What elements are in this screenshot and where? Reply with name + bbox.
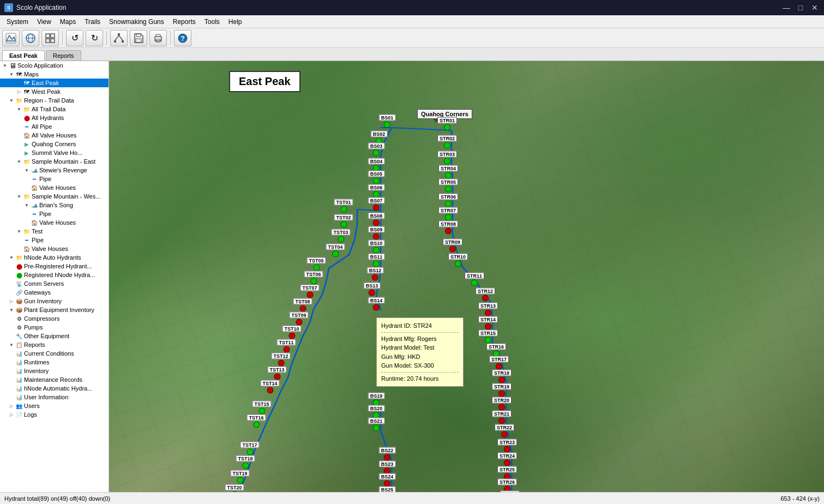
sidebar-item-pipe-1[interactable]: ━ Pipe — [0, 175, 109, 183]
hydrant-node-bs06[interactable]: BS06 — [368, 184, 385, 198]
print-btn[interactable] — [149, 30, 167, 46]
sidebar-item-logs[interactable]: ▷ 📄 Logs — [0, 410, 109, 419]
menu-snowmaking[interactable]: Snowmaking Guns — [105, 15, 169, 28]
sidebar-item-quahog[interactable]: ▶ Quahog Corners — [0, 140, 109, 148]
hydrant-node-bs10[interactable]: BS10 — [368, 240, 385, 254]
sidebar-item-west-peak[interactable]: ▷ 🗺 West Peak — [0, 87, 109, 96]
hydrant-node-str27[interactable]: STR27 — [500, 491, 520, 493]
sidebar-item-reports[interactable]: ▼ 📋 Reports — [0, 340, 109, 349]
hydrant-node-str20[interactable]: STR20 — [492, 397, 512, 411]
hydrant-node-str21[interactable]: STR21 — [492, 411, 512, 424]
hydrant-node-tst20[interactable]: TST20 — [225, 484, 244, 493]
hydrant-node-str16[interactable]: STR16 — [486, 344, 506, 357]
refresh-fwd-btn[interactable]: ↻ — [86, 30, 103, 46]
sidebar-item-stewies[interactable]: ▼ 🎿 Stewie's Revenge — [0, 166, 109, 175]
hydrant-node-str06[interactable]: STR06 — [438, 194, 458, 207]
sidebar-item-pipe-2[interactable]: ━ Pipe — [0, 209, 109, 218]
maximize-button[interactable]: □ — [796, 3, 805, 13]
hydrant-node-str14[interactable]: STR14 — [478, 316, 498, 330]
sidebar-item-all-hydrants[interactable]: ⬤ All Hydrants — [0, 113, 109, 122]
map-btn-3[interactable] — [41, 30, 59, 46]
hydrant-node-bs09[interactable]: BS09 — [368, 226, 385, 240]
menu-trails[interactable]: Trails — [80, 15, 105, 28]
hydrant-node-tst15[interactable]: TST15 — [252, 401, 271, 415]
hydrant-node-bs20[interactable]: BS20 — [368, 405, 385, 419]
hydrant-node-str09[interactable]: STR09 — [443, 239, 462, 253]
hydrant-node-str24[interactable]: STR24 — [497, 453, 517, 466]
hydrant-node-bs24[interactable]: BS24 — [379, 473, 396, 487]
sidebar-item-brians-song[interactable]: ▼ 🎿 Brian's Song — [0, 201, 109, 209]
hydrant-node-str19[interactable]: STR19 — [492, 383, 512, 397]
hydrant-node-str08[interactable]: STR08 — [438, 221, 458, 235]
menu-system[interactable]: System — [2, 15, 33, 28]
sidebar-item-summit-valve[interactable]: ▶ Summit Valve Ho... — [0, 148, 109, 157]
hydrant-node-tst19[interactable]: TST19 — [230, 470, 249, 484]
hydrant-node-tst01[interactable]: TST01 — [334, 199, 353, 213]
menu-tools[interactable]: Tools — [200, 15, 224, 28]
sidebar-item-hnode-auto[interactable]: ▼ 📁 hNode Auto Hydrants — [0, 253, 109, 262]
map-area[interactable]: East Peak Quahog Corners Hydrant ID: STR… — [109, 61, 824, 492]
sidebar-item-plant-equipment[interactable]: ▼ 📦 Plant Equipment Inventory — [0, 305, 109, 314]
hydrant-node-tst09[interactable]: TST09 — [289, 312, 308, 326]
menu-help[interactable]: Help — [224, 15, 246, 28]
sidebar-item-gateways[interactable]: 🔗 Gateways — [0, 288, 109, 297]
sidebar-item-pumps[interactable]: ⚙ Pumps — [0, 323, 109, 332]
sidebar-item-registered-hnode[interactable]: ⬤ Registered hNode Hydra... — [0, 271, 109, 279]
hydrant-node-tst13[interactable]: TST13 — [267, 367, 286, 380]
sidebar-item-current-conditions[interactable]: 📊 Current Conditions — [0, 349, 109, 358]
hydrant-node-tst02[interactable]: TST02 — [334, 214, 353, 228]
sidebar-item-sample-east[interactable]: ▼ 📁 Sample Mountain - East — [0, 157, 109, 166]
close-button[interactable]: ✕ — [810, 3, 820, 13]
hydrant-node-bs21[interactable]: BS21 — [368, 418, 385, 431]
hydrant-node-str01[interactable]: STR01 — [437, 117, 457, 131]
sidebar-item-pre-registered[interactable]: ⬤ Pre-Registered Hydrant... — [0, 262, 109, 271]
tab-east-peak[interactable]: East Peak — [2, 50, 45, 61]
hydrant-node-tst12[interactable]: TST12 — [271, 353, 290, 367]
hydrant-node-str17[interactable]: STR17 — [489, 356, 509, 370]
save-btn[interactable] — [130, 30, 147, 46]
sidebar-item-gun-inventory[interactable]: ▷ 📦 Gun Inventory — [0, 297, 109, 305]
hydrant-node-tst14[interactable]: TST14 — [260, 380, 279, 394]
hydrant-node-bs22[interactable]: BS22 — [379, 447, 396, 461]
sidebar-item-maintenance[interactable]: 📊 Maintenance Records — [0, 375, 109, 384]
hydrant-node-tst07[interactable]: TST07 — [300, 285, 319, 298]
sidebar-item-hnode-auto-hydra[interactable]: 📊 hNode Automatic Hydra... — [0, 384, 109, 393]
sidebar-item-sample-west[interactable]: ▼ 📁 Sample Mountain - Wes... — [0, 192, 109, 201]
hydrant-node-str05[interactable]: STR05 — [438, 179, 458, 193]
sidebar-item-runtimes[interactable]: 📊 Runtimes — [0, 358, 109, 367]
hydrant-node-str23[interactable]: STR23 — [497, 439, 517, 453]
map-btn-1[interactable] — [2, 30, 20, 46]
hydrant-node-str18[interactable]: STR18 — [492, 370, 512, 383]
hydrant-node-bs05[interactable]: BS05 — [368, 171, 385, 184]
hydrant-node-str07[interactable]: STR07 — [438, 207, 458, 221]
hydrant-node-str22[interactable]: STR22 — [495, 424, 514, 438]
hydrant-node-bs19[interactable]: BS19 — [368, 393, 385, 406]
hydrant-node-bs04[interactable]: BS04 — [368, 158, 385, 172]
hydrant-node-tst16[interactable]: TST16 — [246, 415, 266, 428]
hydrant-node-tst05[interactable]: TST05 — [306, 257, 326, 271]
sidebar-item-east-peak[interactable]: ▷ 🗺 East Peak — [0, 79, 109, 87]
hydrant-node-bs14[interactable]: BS14 — [368, 297, 385, 311]
hydrant-node-tst10[interactable]: TST10 — [282, 326, 301, 339]
hydrant-node-tst08[interactable]: TST08 — [293, 298, 312, 312]
hydrant-node-str10[interactable]: STR10 — [448, 254, 468, 267]
hydrant-node-str15[interactable]: STR15 — [478, 330, 498, 344]
refresh-back-btn[interactable]: ↺ — [66, 30, 83, 46]
hydrant-node-tst17[interactable]: TST17 — [240, 442, 259, 455]
hydrant-node-bs23[interactable]: BS23 — [379, 461, 396, 475]
map-btn-2[interactable] — [22, 30, 39, 46]
hydrant-node-tst03[interactable]: TST03 — [331, 229, 350, 243]
hydrant-node-str13[interactable]: STR13 — [478, 303, 498, 316]
menu-maps[interactable]: Maps — [56, 15, 80, 28]
network-btn[interactable] — [110, 30, 128, 46]
hydrant-node-tst11[interactable]: TST11 — [276, 339, 296, 353]
hydrant-node-str03[interactable]: STR03 — [437, 151, 457, 165]
hydrant-node-str11[interactable]: STR11 — [465, 273, 484, 286]
tab-reports[interactable]: Reports — [46, 50, 81, 61]
sidebar-item-all-pipe[interactable]: ━ All Pipe — [0, 122, 109, 131]
sidebar-item-other-equipment[interactable]: 🔧 Other Equipment — [0, 332, 109, 340]
sidebar-item-test[interactable]: ▼ 📁 Test — [0, 227, 109, 236]
hydrant-node-tst06[interactable]: TST06 — [304, 271, 323, 285]
sidebar-item-pipe-3[interactable]: ━ Pipe — [0, 236, 109, 244]
hydrant-node-tst18[interactable]: TST18 — [236, 455, 255, 469]
